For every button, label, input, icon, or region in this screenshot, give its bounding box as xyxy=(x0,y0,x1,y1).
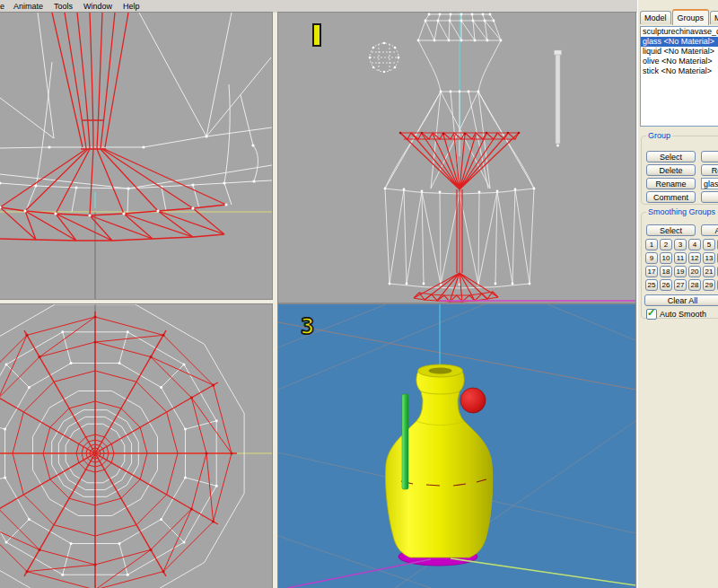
smoothing-group-1-button[interactable]: 1 xyxy=(645,239,658,250)
smoothing-group-26-button[interactable]: 26 xyxy=(660,279,672,291)
top-view-wireframe-svg xyxy=(0,304,272,588)
group-section-title: Group xyxy=(646,131,672,140)
assign-smoothing-button[interactable]: Assign xyxy=(701,224,718,236)
smoothing-group-9-button[interactable]: 9 xyxy=(645,252,658,264)
group-name-input[interactable] xyxy=(701,178,718,189)
panel-tabs: ModelGroupsMaterials xyxy=(640,6,718,24)
group-list-item[interactable]: sculpturechinavase_des xyxy=(641,27,718,37)
tab-model[interactable]: Model xyxy=(640,11,671,24)
group-section: Group Select Delete Rename Comment Hide … xyxy=(641,131,718,205)
smoothing-group-21-button[interactable]: 21 xyxy=(703,266,715,277)
rename-group-button[interactable]: Rename xyxy=(646,178,696,189)
menu-item-animate[interactable]: Animate xyxy=(8,2,48,11)
comment-group-button[interactable]: Comment xyxy=(646,191,696,203)
viewport-front-closeup[interactable] xyxy=(0,13,272,299)
viewport-top-view[interactable] xyxy=(0,304,272,588)
tab-groups[interactable]: Groups xyxy=(672,9,710,25)
smoothing-group-28-button[interactable]: 28 xyxy=(688,279,701,291)
smoothing-group-11-button[interactable]: 11 xyxy=(674,252,687,264)
stick-wireframe xyxy=(555,50,562,55)
viewport-3d-perspective[interactable] xyxy=(278,304,635,588)
move-group-up-button[interactable]: Up xyxy=(701,191,718,203)
select-group-button[interactable]: Select xyxy=(646,151,696,162)
smoothing-group-18-button[interactable]: 18 xyxy=(660,266,672,277)
menu-item-e[interactable]: e xyxy=(0,2,8,11)
tab-materials[interactable]: Materials xyxy=(710,11,718,24)
group-list-item[interactable]: glass <No Material> xyxy=(641,37,718,47)
menu-item-tools[interactable]: Tools xyxy=(48,2,78,11)
smoothing-group-27-button[interactable]: 27 xyxy=(674,279,687,291)
smoothing-group-29-button[interactable]: 29 xyxy=(703,279,715,291)
smoothing-group-4-button[interactable]: 4 xyxy=(688,239,701,250)
delete-group-button[interactable]: Delete xyxy=(646,164,696,176)
group-list-item[interactable]: liquid <No Material> xyxy=(641,47,718,57)
auto-smooth-label: Auto Smooth xyxy=(660,310,706,319)
viewport-area: 3 xyxy=(0,13,637,588)
select-smoothing-button[interactable]: Select xyxy=(646,224,696,236)
group-list[interactable]: sculpturechinavase_desglass <No Material… xyxy=(640,26,718,127)
front-full-wireframe-svg xyxy=(278,13,635,303)
smoothing-section-title: Smoothing Groups xyxy=(646,207,717,216)
smoothing-group-12-button[interactable]: 12 xyxy=(688,252,701,264)
smoothing-group-10-button[interactable]: 10 xyxy=(660,252,672,264)
checkmark-icon: ✓ xyxy=(647,307,655,319)
smoothing-groups-section: Smoothing Groups Select Assign 123456789… xyxy=(641,207,718,319)
olive-3d xyxy=(460,388,486,413)
menu-item-window[interactable]: Window xyxy=(78,2,118,11)
menu-item-help[interactable]: Help xyxy=(118,2,145,11)
clear-all-button[interactable]: Clear All xyxy=(644,294,718,306)
smoothing-group-17-button[interactable]: 17 xyxy=(645,266,658,277)
viewport-annotation-3: 3 xyxy=(301,315,314,338)
menu-bar: eAnimateToolsWindowHelp xyxy=(0,0,637,13)
stick-3d xyxy=(402,394,408,489)
regroup-button[interactable]: Regroup xyxy=(701,164,718,176)
smoothing-group-3-button[interactable]: 3 xyxy=(674,239,687,250)
front-closeup-wireframe-svg xyxy=(0,13,272,299)
group-list-item[interactable]: stick <No Material> xyxy=(641,66,718,76)
auto-smooth-checkbox-row[interactable]: ✓ Auto Smooth xyxy=(646,309,706,320)
perspective-3d-svg xyxy=(278,304,635,588)
smoothing-group-2-button[interactable]: 2 xyxy=(660,239,672,250)
auto-smooth-checkbox[interactable]: ✓ xyxy=(646,309,657,320)
hide-group-button[interactable]: Hide xyxy=(701,151,718,162)
side-panel: ModelGroupsMaterials sculpturechinavase_… xyxy=(637,0,718,588)
smoothing-group-5-button[interactable]: 5 xyxy=(703,239,715,250)
viewport-front-full[interactable] xyxy=(278,13,635,303)
smoothing-group-20-button[interactable]: 20 xyxy=(688,266,701,277)
viewport-annotation-1 xyxy=(312,23,321,47)
group-list-item[interactable]: olive <No Material> xyxy=(641,57,718,66)
smoothing-group-25-button[interactable]: 25 xyxy=(645,279,658,291)
smoothing-group-19-button[interactable]: 19 xyxy=(674,266,687,277)
smoothing-group-13-button[interactable]: 13 xyxy=(703,252,715,264)
